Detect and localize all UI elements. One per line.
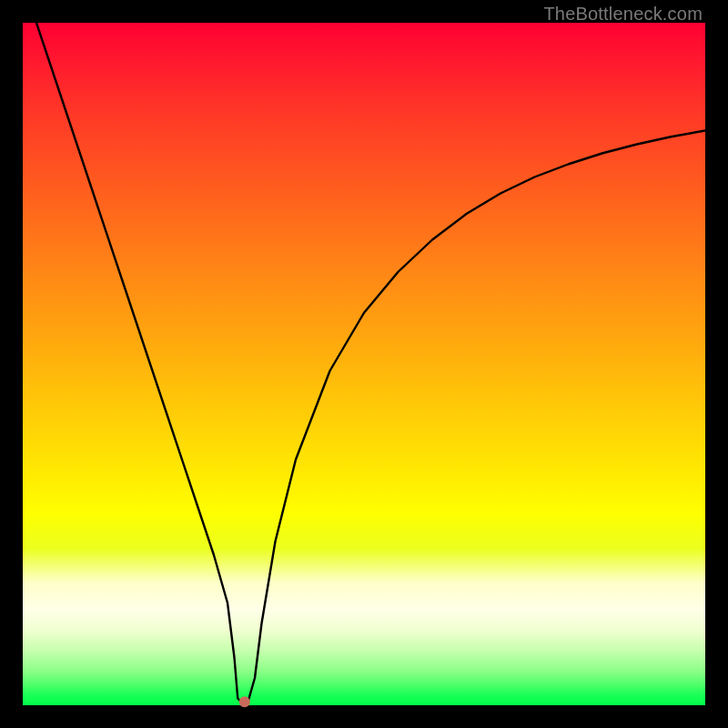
minimum-marker (239, 696, 250, 707)
chart-frame: TheBottleneck.com (0, 0, 728, 728)
watermark-text: TheBottleneck.com (543, 4, 703, 25)
curve-layer (23, 23, 705, 705)
plot-area (23, 23, 705, 705)
bottleneck-curve (36, 23, 705, 702)
